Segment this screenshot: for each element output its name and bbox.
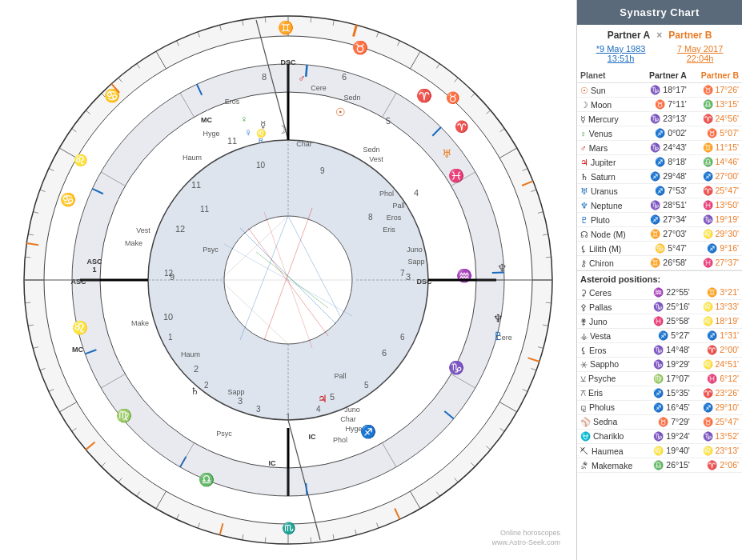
planet-name: ♇ Pluto [577, 213, 638, 227]
table-row: ⚴ Pallas ♑ 25°16' ♌ 13°33' [577, 300, 742, 314]
asteroid-val-b: ♐ 1°31' [693, 329, 742, 343]
svg-text:8: 8 [262, 72, 267, 82]
svg-line-191 [306, 65, 307, 77]
planet-val-a: ♑ 18°17' [638, 83, 690, 98]
asteroid-val-a: ♐ 5°27' [644, 329, 693, 343]
svg-text:Sedn: Sedn [343, 94, 360, 102]
table-row: ☉ Sun ♑ 18°17' ♉ 17°26' [577, 83, 742, 98]
asteroid-symbol: ⚳ [580, 288, 587, 298]
planet-val-b: ♓ 13°50' [690, 198, 742, 213]
planet-name: ♅ Uranus [577, 184, 638, 198]
planet-val-b: ♌ 29°30' [690, 227, 742, 242]
planet-name: ♆ Neptune [577, 198, 638, 213]
table-row: ♄ Saturn ♐ 29°48' ♐ 27°00' [577, 170, 742, 184]
asteroid-val-a: ♑ 14°48' [644, 343, 693, 358]
planet-symbol: ♅ [580, 186, 588, 196]
planet-val-a: ♊ 27°03' [638, 227, 690, 242]
svg-text:11: 11 [200, 205, 210, 214]
planet-symbol: ♇ [580, 215, 588, 225]
asteroid-name: ⚴ Pallas [577, 300, 644, 314]
col-partner-b: Partner B [690, 68, 742, 83]
svg-text:Make: Make [131, 319, 149, 327]
table-row: ♆ Neptune ♑ 28°51' ♓ 13°50' [577, 198, 742, 213]
svg-text:Pall: Pall [392, 202, 404, 210]
svg-text:♎: ♎ [199, 472, 215, 487]
table-row: ☽ Moon ♉ 7°11' ♎ 13°15' [577, 98, 742, 112]
svg-text:6: 6 [342, 72, 347, 82]
planet-symbol: ☽ [580, 100, 588, 110]
svg-text:Eris: Eris [383, 226, 395, 234]
asteroid-val-a: ♑ 19°24' [644, 430, 693, 444]
asteroid-val-a: ♐ 15°35' [644, 386, 693, 401]
svg-text:Eros: Eros [225, 98, 240, 106]
planet-name: ☿ Mercury [577, 112, 638, 126]
planet-val-a: ♑ 24°43' [638, 141, 690, 155]
col-partner-a: Partner A [638, 68, 690, 83]
svg-text:♏: ♏ [282, 522, 296, 535]
planet-name: ♂ Mars [577, 141, 638, 155]
planet-symbol: ☊ [580, 230, 588, 239]
table-row: ⚻ Eris ♐ 15°35' ♈ 23°26' [577, 386, 742, 401]
svg-text:Char: Char [340, 415, 356, 423]
svg-text:Hyge: Hyge [345, 425, 362, 433]
planet-symbol: ⚷ [580, 258, 587, 268]
planet-symbol: ♂ [580, 143, 587, 153]
svg-text:4: 4 [316, 405, 321, 414]
planet-val-b: ♉ 17°26' [690, 83, 742, 98]
table-row: ⛏ Haumea ♌ 19°40' ♌ 23°13' [577, 444, 742, 458]
table-row: ⚾ Sedna ♉ 7°29' ♉ 25°47' [577, 415, 742, 430]
asteroid-val-a: ♌ 19°40' [644, 444, 693, 458]
planet-symbol: ☉ [580, 86, 588, 95]
asteroid-val-b: ♓ 6°12' [693, 372, 742, 386]
svg-text:1: 1 [168, 333, 173, 342]
svg-text:11: 11 [191, 180, 201, 190]
svg-text:8: 8 [368, 213, 373, 222]
col-planet: Planet [577, 68, 638, 83]
svg-text:♓: ♓ [448, 168, 464, 183]
svg-text:3: 3 [238, 396, 243, 406]
asteroid-symbol: ⛎ [580, 431, 591, 441]
planet-name: ☽ Moon [577, 98, 638, 112]
svg-text:♂: ♂ [299, 73, 306, 84]
svg-text:Juno: Juno [344, 406, 360, 414]
svg-text:Make: Make [125, 239, 142, 247]
svg-text:Sedn: Sedn [363, 146, 379, 154]
partner-b-date[interactable]: 7 May 2017 22:04h [677, 44, 723, 63]
svg-text:♑: ♑ [448, 360, 464, 375]
svg-text:3: 3 [256, 405, 261, 414]
asteroid-name: ⚵ Juno [577, 314, 644, 329]
table-row: ⚼ Pholus ♐ 16°45' ♐ 29°10' [577, 401, 742, 415]
table-row: ⚷ Chiron ♊ 26°58' ♓ 27°37' [577, 256, 742, 270]
svg-text:Psyc: Psyc [203, 246, 219, 254]
svg-text:Juno: Juno [407, 246, 423, 254]
planet-val-a: ♐ 8°18' [638, 155, 690, 170]
planet-symbol: ♀ [580, 129, 587, 138]
table-row: ⚸ Lilith (M) ♋ 5°47' ♐ 9°16' [577, 242, 742, 256]
table-row: ⚺ Psyche ♍ 17°07' ♓ 6°12' [577, 372, 742, 386]
planet-name: ♄ Saturn [577, 170, 638, 184]
planet-symbol: ☿ [580, 114, 586, 124]
synastry-chart: ♊ ♉ ♈ ♓ ♒ ♑ ♐ ♏ ♎ ♍ ♌ ♋ ♋ ♌ [8, 4, 568, 556]
partner-a-label: Partner A [608, 30, 651, 41]
planet-val-b: ♉ 5°07' [690, 126, 742, 141]
planet-val-a: ♐ 7°53' [638, 184, 690, 198]
partner-a-date[interactable]: *9 May 1983 13:51h [596, 44, 646, 63]
svg-text:♌: ♌ [72, 320, 88, 335]
svg-text:IC: IC [269, 459, 277, 467]
planet-val-a: ♐ 0°02' [638, 126, 690, 141]
asteroid-name: ⚻ Eris [577, 386, 644, 401]
asteroid-val-b: ♐ 29°10' [693, 401, 742, 415]
svg-text:♉: ♉ [446, 91, 460, 105]
asteroid-name: ⛎ Chariklo [577, 430, 644, 444]
svg-text:2: 2 [204, 381, 209, 390]
table-row: ☿ Mercury ♑ 23°13' ♈ 24°56' [577, 112, 742, 126]
svg-text:☽: ☽ [277, 123, 287, 136]
svg-text:10: 10 [256, 161, 266, 170]
svg-text:5: 5 [364, 381, 369, 390]
planet-symbol: ♆ [580, 201, 588, 210]
svg-text:IC: IC [309, 433, 317, 441]
table-row: ♃ Jupiter ♐ 8°18' ♎ 14°46' [577, 155, 742, 170]
svg-text:MC: MC [72, 346, 83, 354]
planet-val-b: ♊ 11°15' [690, 141, 742, 155]
svg-line-193 [492, 273, 504, 274]
